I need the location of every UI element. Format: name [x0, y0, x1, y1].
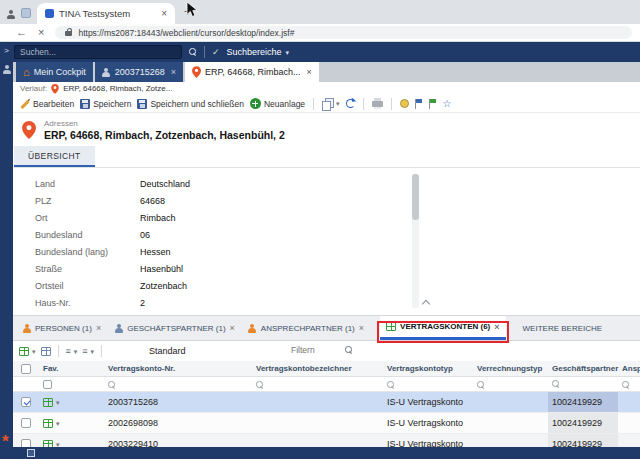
form-scrollbar[interactable]	[412, 174, 419, 308]
field-value[interactable]: 64668	[140, 196, 165, 206]
close-icon[interactable]: ×	[359, 323, 364, 333]
tab-personen[interactable]: PERSONEN (1) ×	[16, 316, 107, 340]
global-search-input[interactable]	[14, 45, 182, 59]
field-value[interactable]: 2	[140, 298, 145, 308]
tab-geschaeftspartner[interactable]: GESCHÄFTSPARTNER (1) ×	[108, 316, 241, 340]
tab-ansprechpartner[interactable]: ANSPRECHPARTNER (1) ×	[242, 316, 370, 340]
field-value[interactable]: Hasenbühl	[140, 264, 183, 274]
close-icon[interactable]: ×	[96, 323, 101, 333]
fav-filter-checkbox[interactable]	[43, 380, 52, 389]
site-favicon-icon	[45, 9, 54, 18]
divider	[204, 46, 205, 58]
field-label: Ortsteil	[13, 281, 140, 291]
copy-button[interactable]: ▾	[322, 98, 340, 109]
alarm-button[interactable]	[400, 99, 409, 108]
view-select[interactable]: Standard	[149, 346, 186, 356]
chevron-down-icon[interactable]: ▾	[56, 399, 60, 406]
back-button[interactable]: ←	[16, 27, 27, 38]
select-all-checkbox[interactable]	[21, 364, 31, 374]
menu-icon: ≡	[66, 347, 71, 356]
field-label: Land	[13, 179, 140, 189]
close-icon[interactable]: ×	[306, 67, 311, 77]
chevron-down-icon[interactable]: ▾	[56, 420, 60, 427]
column-header-verrechnungstyp[interactable]: Verrechnungstyp	[473, 364, 548, 373]
search-icon[interactable]	[189, 48, 197, 56]
form-row: LandDeutschland	[13, 175, 640, 192]
tab-weitere-bereiche[interactable]: WEITERE BEREICHE	[517, 316, 609, 340]
column-filter-icon[interactable]	[477, 381, 485, 389]
breadcrumb-current[interactable]: ERP, 64668, Rimbach, Zotze...	[63, 84, 172, 93]
workspace-tab-label: Mein Cockpit	[34, 67, 86, 77]
search-areas-button[interactable]: Suchbereiche ▾	[227, 47, 290, 57]
filter-input[interactable]	[291, 345, 341, 355]
tab-vertragskonten[interactable]: VERTRAGSKONTEN (6) ×	[380, 316, 506, 340]
refresh-button[interactable]	[346, 99, 355, 108]
column-header-vertragskonto-nr[interactable]: Vertragskonto-Nr.	[104, 364, 252, 373]
rail-person-icon[interactable]	[2, 65, 11, 74]
favorite-button[interactable]: ☆	[443, 98, 452, 109]
workspace-tab-mein-cockpit[interactable]: ⌂ Mein Cockpit	[16, 62, 93, 82]
browser-profile-icon[interactable]	[6, 10, 15, 19]
tab-uebersicht[interactable]: ÜBERSICHT	[14, 146, 95, 167]
column-filter-icon[interactable]	[387, 381, 395, 389]
close-icon[interactable]: ×	[230, 323, 235, 333]
flag-green-button[interactable]	[429, 99, 437, 109]
fav-cell[interactable]: ▾	[39, 413, 104, 433]
speichern-und-schliessen-button[interactable]: Speichern und schließen	[137, 99, 244, 109]
speichern-button[interactable]: Speichern	[80, 99, 131, 109]
contract-account-icon	[43, 398, 53, 407]
document-icon[interactable]	[27, 449, 35, 457]
cell-vertragskonto-nr[interactable]: 2002698098	[104, 418, 252, 428]
browser-tab[interactable]: TINA Testsystem ×	[37, 3, 175, 24]
search-icon[interactable]	[345, 346, 353, 354]
field-value[interactable]: 06	[140, 230, 150, 240]
column-header-fav[interactable]: Fav.	[39, 361, 104, 376]
quick-filter[interactable]	[291, 345, 353, 355]
field-label: PLZ	[13, 196, 140, 206]
table-row[interactable]: ▾ 2002698098 IS-U Vertragskonto 10024199…	[13, 413, 640, 434]
tab-label: VERTRAGSKONTEN (6)	[400, 322, 490, 331]
column-header-ansprechpartner[interactable]: Ansprec...	[618, 364, 640, 373]
collapse-panel-button[interactable]	[418, 297, 434, 307]
record-section-label: Adressen	[44, 119, 285, 128]
field-value[interactable]: Zotzenbach	[140, 281, 187, 291]
layout-menu-button[interactable]: ≡ ▾	[66, 347, 78, 356]
address-bar[interactable]	[55, 26, 632, 39]
column-filter-icon[interactable]	[622, 381, 630, 389]
column-header-typ[interactable]: Vertragskontotyp	[383, 364, 473, 373]
scrollbar-thumb[interactable]	[412, 174, 419, 220]
rail-alert-icon[interactable]: *	[2, 437, 9, 447]
column-filter-icon[interactable]	[552, 380, 560, 388]
row-checkbox[interactable]	[21, 397, 31, 407]
workspace-tab-address[interactable]: ERP, 64668, Rimbach... ×	[185, 62, 319, 82]
workspace-tabbar: ⌂ Mein Cockpit 2003715268 × ERP, 64668, …	[13, 62, 640, 82]
neuanlage-button[interactable]: Neuanlage	[250, 98, 305, 109]
url-input[interactable]	[78, 28, 622, 38]
flag-blue-button[interactable]	[415, 99, 423, 109]
close-icon[interactable]: ×	[494, 322, 499, 332]
table-row[interactable]: ▾ 2003715268 IS-U Vertragskonto 10024199…	[13, 392, 640, 413]
column-header-bezeichner[interactable]: Vertragskontobezeichner	[252, 364, 383, 373]
cell-vertragskonto-nr[interactable]: 2003715268	[104, 397, 252, 407]
print-button[interactable]	[372, 100, 383, 107]
fav-cell[interactable]: ▾	[39, 392, 104, 412]
field-value[interactable]: Hessen	[140, 247, 171, 257]
tab-close-icon[interactable]: ×	[161, 8, 167, 19]
stop-button[interactable]: ×	[38, 27, 44, 38]
edit-view-button[interactable]	[41, 347, 51, 356]
tab-actions-icon[interactable]	[21, 8, 31, 18]
app: > * ✓ Suchbereiche ▾ ⌂ Mein Cockpit	[0, 42, 640, 459]
grid-views-button[interactable]: ▾	[19, 347, 36, 356]
field-value[interactable]: Rimbach	[140, 213, 176, 223]
column-filter-icon[interactable]	[256, 381, 264, 389]
workspace-tab-partner[interactable]: 2003715268 ×	[95, 62, 183, 82]
column-header-geschaeftspartner[interactable]: Geschäftspartner	[548, 361, 618, 376]
row-checkbox[interactable]	[21, 418, 31, 428]
close-icon[interactable]: ×	[171, 67, 176, 77]
record-header: Adressen ERP, 64668, Rimbach, Zotzenbach…	[13, 113, 640, 146]
column-filter-icon[interactable]	[108, 381, 116, 389]
rail-expand-button[interactable]: >	[0, 46, 13, 55]
bearbeiten-button[interactable]: Bearbeiten	[20, 99, 74, 109]
field-value[interactable]: Deutschland	[140, 179, 190, 189]
sort-menu-button[interactable]: ≡ ▾	[82, 347, 94, 356]
